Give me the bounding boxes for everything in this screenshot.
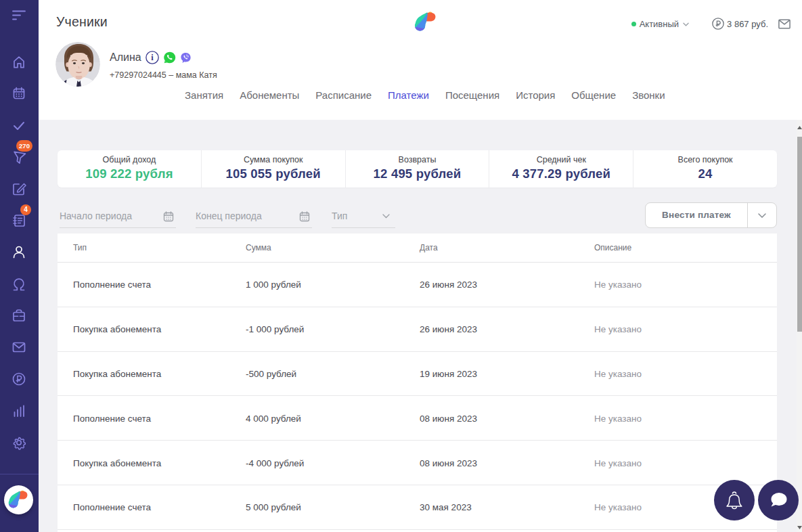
svg-text:i: i: [151, 53, 154, 62]
